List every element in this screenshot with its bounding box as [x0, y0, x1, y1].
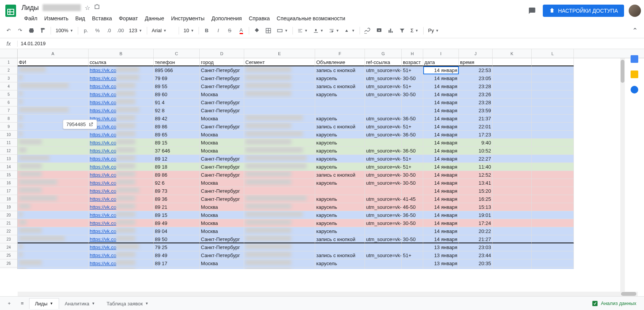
dec-less-btn[interactable]: .0 — [104, 25, 114, 36]
cell-time[interactable]: 12:52 — [459, 171, 493, 179]
strike-button[interactable]: S — [224, 25, 235, 36]
cell-age[interactable] — [402, 227, 423, 235]
row-header[interactable]: 16 — [0, 179, 18, 187]
cell-ref[interactable] — [365, 139, 402, 147]
cell-empty[interactable] — [493, 74, 532, 82]
cell-ref[interactable]: utm_source=vk- — [365, 235, 402, 243]
cell-date[interactable]: 14 января — [423, 98, 459, 107]
cell-ad[interactable]: карусель — [315, 195, 365, 203]
cell-ad[interactable]: карусель — [315, 74, 365, 82]
header-cell[interactable]: время — [459, 58, 493, 66]
row-header[interactable]: 4 — [0, 82, 18, 90]
cell-city[interactable]: Санкт-Петербург — [200, 74, 244, 82]
cell-link[interactable]: https://vk.co — [89, 203, 154, 211]
cell-ad[interactable] — [315, 243, 365, 251]
cell-ad[interactable]: запись с кнопкой — [315, 123, 365, 131]
v-align-button[interactable]: ▼ — [311, 25, 326, 36]
paint-format-icon[interactable] — [38, 25, 48, 36]
row-header[interactable]: 10 — [0, 131, 18, 139]
cell-phone[interactable]: 89 15 — [154, 139, 200, 147]
cell-empty[interactable] — [532, 107, 574, 115]
cell-link[interactable]: https://vk.co — [89, 82, 154, 90]
print-icon[interactable] — [26, 25, 37, 36]
col-header-A[interactable]: A — [18, 49, 89, 58]
cell-date[interactable]: 14 января — [423, 219, 459, 227]
cell-ad[interactable] — [315, 107, 365, 115]
input-lang-button[interactable]: Ру▼ — [426, 25, 441, 36]
cell-name[interactable] — [18, 251, 89, 259]
cell-phone[interactable]: 89 21 — [154, 203, 200, 211]
cell-name[interactable] — [18, 66, 89, 74]
cell-segment[interactable] — [244, 82, 315, 90]
header-cell[interactable] — [532, 58, 574, 66]
row-header[interactable]: 17 — [0, 187, 18, 195]
cell-city[interactable]: Санкт-Петербург — [200, 251, 244, 259]
cell-ref[interactable]: utm_source=vk- — [365, 195, 402, 203]
cell-ad[interactable]: карусель — [315, 90, 365, 98]
cell-age[interactable] — [402, 243, 423, 251]
row-header[interactable]: 20 — [0, 211, 18, 219]
row-header[interactable]: 25 — [0, 251, 18, 259]
cell-date[interactable]: 14 января — [423, 107, 459, 115]
cell-ref[interactable]: utm_source=vk- — [365, 90, 402, 98]
menu-Дополнения[interactable]: Дополнения — [209, 14, 245, 23]
cell-name[interactable] — [18, 195, 89, 203]
row-header[interactable]: 5 — [0, 90, 18, 98]
menu-Инструменты[interactable]: Инструменты — [168, 14, 207, 23]
cell-ad[interactable]: карусель — [315, 211, 365, 219]
sheet-tab-Аналитика[interactable]: Аналитика ▼ — [59, 298, 101, 309]
cell-name[interactable] — [18, 219, 89, 227]
cell-age[interactable]: 30-50 — [402, 219, 423, 227]
cell-phone[interactable]: 37 646 — [154, 147, 200, 155]
cell-time[interactable]: 22:01 — [459, 123, 493, 131]
cell-city[interactable]: Москва — [200, 267, 244, 269]
cell-city[interactable]: Санкт-Петербург — [200, 123, 244, 131]
cell-segment[interactable] — [244, 235, 315, 243]
cell-link[interactable]: https://vk.co — [89, 267, 154, 269]
cell-name[interactable] — [18, 98, 89, 107]
cell-empty[interactable] — [532, 123, 574, 131]
cell-city[interactable]: Москва — [200, 227, 244, 235]
comment-button[interactable] — [374, 25, 384, 36]
cell-age[interactable]: 36-50 — [402, 115, 423, 123]
star-icon[interactable]: ☆ — [85, 4, 90, 11]
row-header[interactable]: 6 — [0, 98, 18, 107]
cell-time[interactable]: 22:18 — [459, 267, 493, 269]
cell-phone[interactable]: 89 12 — [154, 155, 200, 163]
col-header-G[interactable]: G — [365, 49, 402, 58]
cell-age[interactable]: 30-50 — [402, 235, 423, 243]
cell-ref[interactable] — [365, 243, 402, 251]
cell-city[interactable]: Москва — [200, 211, 244, 219]
cell-phone[interactable]: 92 6 — [154, 179, 200, 187]
merge-button[interactable]: ▼ — [274, 25, 290, 36]
cell-age[interactable] — [402, 259, 423, 267]
cell-link[interactable]: https://vk.co — [89, 66, 154, 74]
cell-ad[interactable]: карусель — [315, 131, 365, 139]
zoom-dropdown[interactable]: 100%▼ — [53, 25, 76, 36]
cell-segment[interactable] — [244, 163, 315, 171]
menu-Вид[interactable]: Вид — [73, 14, 88, 23]
cell-phone[interactable]: 89 04 — [154, 227, 200, 235]
cell-phone[interactable]: 89 60 — [154, 90, 200, 98]
col-header-H[interactable]: H — [402, 49, 423, 58]
cell-name[interactable] — [18, 163, 89, 171]
menu-Вставка[interactable]: Вставка — [89, 14, 115, 23]
cell-empty[interactable] — [532, 74, 574, 82]
cell-time[interactable]: 17:24 — [459, 219, 493, 227]
cell-phone[interactable]: 89 36 — [154, 195, 200, 203]
row-header[interactable]: 2 — [0, 66, 18, 74]
cell-ref[interactable]: utm_source=vk- — [365, 267, 402, 269]
cell-ref[interactable]: utm_source=vk- — [365, 131, 402, 139]
cell-name[interactable] — [18, 139, 89, 147]
cell-date[interactable]: 14 января — [423, 171, 459, 179]
cell-empty[interactable] — [532, 171, 574, 179]
cell-ref[interactable]: utm_source=vk- — [365, 66, 402, 74]
cell-phone[interactable]: 89 49 — [154, 251, 200, 259]
calendar-icon[interactable] — [631, 55, 638, 63]
cell-empty[interactable] — [532, 139, 574, 147]
cell-link[interactable]: https://vk.co — [89, 235, 154, 243]
cell-date[interactable]: 14 января — [423, 211, 459, 219]
collapse-toolbar-icon[interactable]: ⌃ — [632, 26, 638, 35]
cell-segment[interactable] — [244, 107, 315, 115]
cell-age[interactable]: 30-50 — [402, 74, 423, 82]
